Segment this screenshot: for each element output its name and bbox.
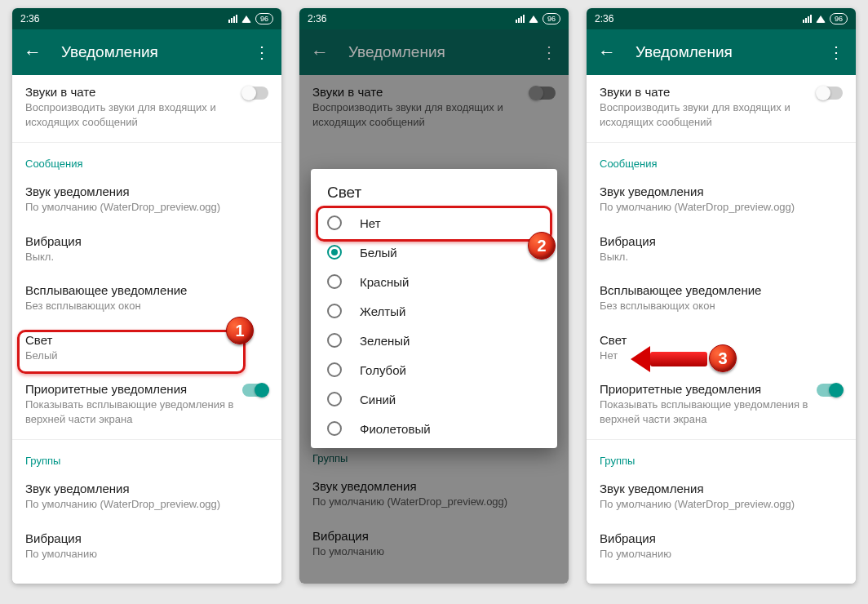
vibration-sub: Выкл. <box>600 250 843 264</box>
popup-sub: Без всплывающих окон <box>25 299 268 313</box>
chat-sounds-switch[interactable] <box>817 87 843 100</box>
group-vibration-title: Вибрация <box>600 531 843 545</box>
option-label: Зеленый <box>360 334 410 348</box>
notif-sound-sub: По умолчанию (WaterDrop_preview.ogg) <box>25 200 268 215</box>
notif-sound-title: Звук уведомления <box>600 184 843 198</box>
vibration-row[interactable]: Вибрация Выкл. <box>587 224 856 274</box>
popup-title: Всплывающее уведомление <box>600 283 843 297</box>
light-option-none[interactable]: Нет <box>311 208 557 238</box>
signal-icon <box>803 15 812 23</box>
radio-icon <box>327 421 342 436</box>
group-sound-row[interactable]: Звук уведомления По умолчанию (WaterDrop… <box>12 472 281 522</box>
radio-icon <box>327 274 342 289</box>
chat-sounds-row[interactable]: Звуки в чате Воспроизводить звуки для вх… <box>587 75 856 139</box>
light-option-red[interactable]: Красный <box>311 267 557 296</box>
group-vibration-row[interactable]: Вибрация По умолчанию <box>12 522 281 571</box>
vibration-row[interactable]: Вибрация Выкл. <box>12 224 281 274</box>
popup-row[interactable]: Всплывающее уведомление Без всплывающих … <box>587 273 856 323</box>
group-vibration-title: Вибрация <box>25 531 268 545</box>
divider <box>12 439 281 440</box>
phone-screen-3: 2:36 96 ← Уведомления ⋮ Звуки в чате Вос… <box>587 8 856 584</box>
section-groups: Группы <box>12 443 281 472</box>
status-time: 2:36 <box>595 13 613 24</box>
battery-icon: 96 <box>830 13 848 24</box>
light-option-white[interactable]: Белый <box>311 238 557 267</box>
signal-icon <box>516 15 525 23</box>
overflow-menu-icon[interactable]: ⋮ <box>541 42 557 62</box>
radio-icon <box>327 362 342 377</box>
light-option-yellow[interactable]: Желтый <box>311 296 557 326</box>
option-label: Желтый <box>360 304 405 318</box>
priority-row[interactable]: Приоритетные уведомления Показывать вспл… <box>12 372 281 436</box>
notification-sound-row[interactable]: Звук уведомления По умолчанию (WaterDrop… <box>587 175 856 224</box>
overflow-menu-icon[interactable]: ⋮ <box>828 42 844 62</box>
priority-switch[interactable] <box>817 384 843 397</box>
popup-sub: Без всплывающих окон <box>600 299 843 313</box>
group-sound-title: Звук уведомления <box>25 482 268 495</box>
group-sound-row[interactable]: Звук уведомления По умолчанию (WaterDrop… <box>587 472 856 522</box>
status-bar: 2:36 96 <box>587 8 856 29</box>
overflow-menu-icon[interactable]: ⋮ <box>254 42 270 62</box>
group-sound-sub: По умолчанию (WaterDrop_preview.ogg) <box>600 497 843 512</box>
vibration-title: Вибрация <box>25 234 268 248</box>
popup-title: Всплывающее уведомление <box>25 283 268 297</box>
signal-icon <box>228 15 237 23</box>
light-sub: Белый <box>25 349 268 363</box>
priority-title: Приоритетные уведомления <box>600 382 817 396</box>
priority-sub: Показывать всплывающие уведомления в вер… <box>25 397 242 426</box>
group-sound-sub: По умолчанию (WaterDrop_preview.ogg) <box>25 497 268 512</box>
divider <box>12 142 281 143</box>
option-label: Белый <box>360 246 397 260</box>
chat-sounds-title: Звуки в чате <box>25 85 242 99</box>
radio-icon <box>327 304 342 318</box>
popup-row[interactable]: Всплывающее уведомление Без всплывающих … <box>12 273 281 323</box>
wifi-icon <box>241 16 251 23</box>
radio-icon <box>327 333 342 348</box>
status-bar: 2:36 96 <box>299 8 569 29</box>
notif-sound-sub: По умолчанию (WaterDrop_preview.ogg) <box>600 200 843 215</box>
dialog-title: Свет <box>311 169 557 208</box>
option-label: Нет <box>360 216 381 230</box>
status-bar: 2:36 96 <box>12 8 281 29</box>
callout-badge-2: 2 <box>528 232 556 260</box>
group-vibration-row[interactable]: Вибрация По умолчанию <box>587 522 856 571</box>
group-vibration-sub: По умолчанию <box>25 547 268 562</box>
priority-row[interactable]: Приоритетные уведомления Показывать вспл… <box>587 372 856 436</box>
back-icon[interactable]: ← <box>24 42 42 63</box>
option-label: Голубой <box>360 363 406 377</box>
priority-switch[interactable] <box>242 384 268 397</box>
app-bar: ← Уведомления ⋮ <box>299 29 569 75</box>
chat-sounds-title: Звуки в чате <box>600 85 817 99</box>
back-icon[interactable]: ← <box>598 42 616 63</box>
back-icon[interactable]: ← <box>311 42 329 63</box>
status-time: 2:36 <box>20 13 39 24</box>
light-option-violet[interactable]: Фиолетовый <box>311 414 557 443</box>
phone-screen-2: 2:36 96 ← Уведомления ⋮ Звуки в чате Вос… <box>299 8 569 584</box>
section-messages: Сообщения <box>12 146 281 175</box>
vibration-title: Вибрация <box>600 234 843 248</box>
option-label: Красный <box>360 275 409 289</box>
light-option-blue[interactable]: Синий <box>311 384 557 414</box>
section-messages: Сообщения <box>587 146 856 175</box>
app-bar: ← Уведомления ⋮ <box>587 29 856 75</box>
group-vibration-sub: По умолчанию <box>600 547 843 562</box>
callout-badge-1: 1 <box>226 317 254 344</box>
page-title: Уведомления <box>636 43 808 61</box>
priority-title: Приоритетные уведомления <box>25 382 242 396</box>
group-sound-title: Звук уведомления <box>600 482 843 495</box>
wifi-icon <box>816 16 826 23</box>
page-title: Уведомления <box>61 43 234 61</box>
settings-list: Звуки в чате Воспроизводить звуки для вх… <box>12 75 281 584</box>
light-option-cyan[interactable]: Голубой <box>311 355 557 384</box>
app-bar: ← Уведомления ⋮ <box>12 29 281 75</box>
chat-sounds-sub: Воспроизводить звуки для входящих и исхо… <box>25 100 242 129</box>
light-dialog: Свет Нет Белый Красный Желтый Зеленый <box>311 169 557 448</box>
settings-list: Звуки в чате Воспроизводить звуки для вх… <box>587 75 856 584</box>
chat-sounds-row[interactable]: Звуки в чате Воспроизводить звуки для вх… <box>12 75 281 139</box>
radio-icon <box>327 215 342 230</box>
chat-sounds-switch[interactable] <box>242 87 268 100</box>
divider <box>587 439 856 440</box>
light-option-green[interactable]: Зеленый <box>311 326 557 355</box>
notification-sound-row[interactable]: Звук уведомления По умолчанию (WaterDrop… <box>12 175 281 224</box>
radio-icon <box>327 392 342 406</box>
